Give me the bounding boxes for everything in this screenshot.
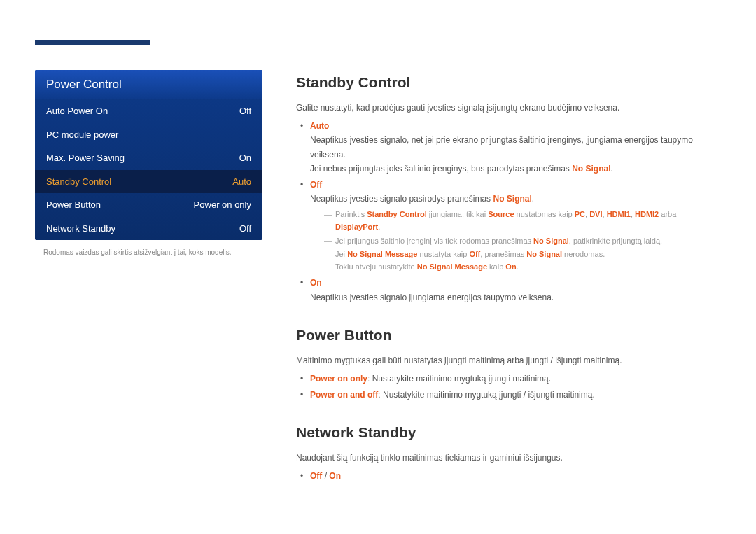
option-desc: Neaptikus įvesties signalo pasirodys pra… xyxy=(310,192,721,206)
menu-item-standby-control[interactable]: Standby Control Auto xyxy=(35,170,262,194)
menu-panel: Power Control Auto Power On Off PC modul… xyxy=(35,70,262,240)
section-network-standby: Network Standby Naudojant šią funkciją t… xyxy=(296,420,721,483)
section-intro: Maitinimo mygtukas gali būti nustatytas … xyxy=(296,353,721,367)
menu-label: Power Button xyxy=(46,198,101,212)
menu-item-auto-power-on[interactable]: Auto Power On Off xyxy=(35,99,262,123)
option-desc: Jei nebus prijungtas joks šaltinio įreng… xyxy=(310,162,721,176)
menu-label: PC module power xyxy=(46,128,118,142)
section-options: Auto Neaptikus įvesties signalo, net jei… xyxy=(296,119,721,304)
option-on: On Neaptikus įvesties signalo įjungiama … xyxy=(310,276,721,304)
option-auto: Auto Neaptikus įvesties signalo, net jei… xyxy=(310,119,721,176)
section-heading: Network Standby xyxy=(296,420,721,445)
note-block: Parinktis Standby Control įjungiama, tik… xyxy=(310,209,721,273)
header-rule xyxy=(150,45,721,45)
option-off: Off Neaptikus įvesties signalo pasirodys… xyxy=(310,178,721,274)
note-line: Jei No Signal Message nustatyta kaip Off… xyxy=(324,248,721,273)
menu-value: Off xyxy=(239,222,251,236)
menu-value: Auto xyxy=(232,175,251,189)
menu-item-pc-module-power[interactable]: PC module power xyxy=(35,123,262,147)
menu-value: Power on only xyxy=(194,198,251,212)
menu-title: Power Control xyxy=(35,70,262,99)
menu-item-power-button[interactable]: Power Button Power on only xyxy=(35,193,262,217)
note-line: Parinktis Standby Control įjungiama, tik… xyxy=(324,209,721,233)
option-label: On xyxy=(310,278,322,288)
section-standby-control: Standby Control Galite nustatyti, kad pr… xyxy=(296,70,721,304)
section-power-button: Power Button Maitinimo mygtukas gali būt… xyxy=(296,323,721,402)
option-label: Off xyxy=(310,180,322,190)
left-column: Power Control Auto Power On Off PC modul… xyxy=(35,70,262,502)
footnote-text: Rodomas vaizdas gali skirtis atsižvelgia… xyxy=(43,248,231,256)
header-accent xyxy=(35,40,150,45)
menu-label: Auto Power On xyxy=(46,104,108,118)
option-power-on-and-off: Power on and off: Nustatykite maitinimo … xyxy=(310,388,721,402)
option-off-on: Off / On xyxy=(310,469,721,483)
note-line: Jei prijungus šaltinio įrenginį vis tiek… xyxy=(324,235,721,248)
section-heading: Power Button xyxy=(296,323,721,348)
option-desc: Neaptikus įvesties signalo, net jei prie… xyxy=(310,133,721,162)
section-intro: Naudojant šią funkciją tinklo maitinimas… xyxy=(296,451,721,465)
option-label: Auto xyxy=(310,121,329,131)
menu-label: Max. Power Saving xyxy=(46,151,125,165)
section-intro: Galite nustatyti, kad pradėjus gauti įve… xyxy=(296,101,721,115)
section-heading: Standby Control xyxy=(296,70,721,95)
menu-value: On xyxy=(239,151,251,165)
menu-item-max-power-saving[interactable]: Max. Power Saving On xyxy=(35,146,262,170)
menu-item-network-standby[interactable]: Network Standby Off xyxy=(35,217,262,241)
menu-footnote: ―Rodomas vaizdas gali skirtis atsižvelgi… xyxy=(35,248,262,256)
right-column: Standby Control Galite nustatyti, kad pr… xyxy=(296,70,721,502)
menu-value: Off xyxy=(239,104,251,118)
menu-label: Network Standby xyxy=(46,222,115,236)
option-desc: Neaptikus įvesties signalo įjungiama ene… xyxy=(310,290,721,304)
menu-label: Standby Control xyxy=(46,175,111,189)
section-options: Power on only: Nustatykite maitinimo myg… xyxy=(296,372,721,402)
section-options: Off / On xyxy=(296,469,721,483)
option-power-on-only: Power on only: Nustatykite maitinimo myg… xyxy=(310,372,721,386)
page-content: Power Control Auto Power On Off PC modul… xyxy=(35,35,721,502)
